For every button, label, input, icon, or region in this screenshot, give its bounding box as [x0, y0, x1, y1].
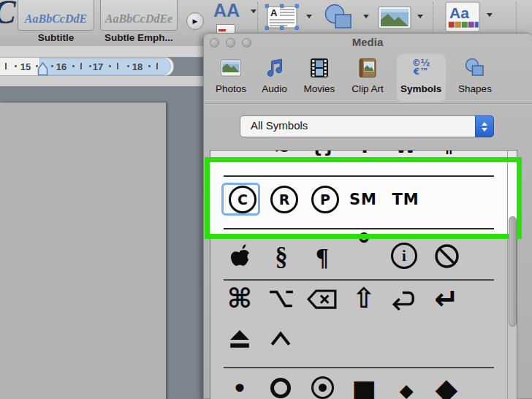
text-box-icon-letter: A — [270, 7, 278, 18]
ruler-lower-strip — [0, 76, 203, 86]
tab-photos[interactable]: Photos — [213, 83, 249, 94]
symbol-partial[interactable]: ¥ — [350, 150, 379, 157]
symbol-section-divider — [224, 367, 494, 368]
symbol-apple-logo[interactable] — [226, 242, 254, 271]
ruler-number: 15 — [17, 61, 34, 72]
style-gallery-item-subtitle[interactable]: AaBbCcDdE — [18, 0, 94, 31]
symbol-bullet[interactable]: • — [225, 374, 254, 399]
audio-icon — [263, 57, 285, 79]
partial-style-glyph: C — [0, 0, 16, 31]
ruler-tick — [156, 63, 158, 69]
palette-title: Media — [203, 36, 532, 48]
symbol-partial[interactable]: ₩ — [391, 150, 420, 157]
symbol-pilcrow[interactable]: ¶ — [306, 241, 338, 273]
ruler-tick — [117, 63, 118, 69]
ruler-tick — [5, 63, 7, 69]
picture-dropdown-arrow-icon[interactable] — [417, 15, 423, 18]
tab-shapes[interactable]: Shapes — [456, 83, 494, 94]
symbol-control-key[interactable] — [269, 330, 292, 347]
symbol-command-key[interactable]: ⌘ — [224, 282, 256, 314]
document-page[interactable] — [0, 102, 166, 399]
ruler-tick — [80, 63, 82, 69]
ruler-tick — [148, 65, 151, 67]
fonts-icon[interactable]: AA — [213, 0, 240, 21]
tab-audio[interactable]: Audio — [258, 83, 291, 94]
symbol-diamond-large[interactable]: ◆ — [430, 371, 463, 399]
symbol-partial[interactable]: ¶ — [433, 150, 462, 157]
symbol-option-key[interactable] — [268, 288, 294, 310]
symbol-circle-outline[interactable] — [270, 378, 291, 398]
themes-dropdown-arrow-icon[interactable] — [487, 13, 493, 17]
symbol-prohibition[interactable] — [433, 243, 460, 270]
tab-symbols[interactable]: Symbols — [400, 83, 441, 94]
shapes-dropdown-arrow-icon[interactable] — [363, 15, 369, 18]
symbols-icon: ©½ €™ — [408, 58, 434, 76]
ruler-tab-marker[interactable] — [37, 62, 48, 76]
ruler-number: 18 — [129, 61, 146, 72]
text-box-icon[interactable]: A — [265, 4, 300, 31]
symbol-eject-key[interactable] — [228, 328, 251, 350]
app-screen: C AaBbCcDdE Subtitle AaBbCcDdEe Subtle E… — [0, 0, 532, 399]
movies-icon — [308, 57, 330, 79]
scrollbar-thumb[interactable] — [509, 216, 517, 327]
symbol-section-sign[interactable]: § — [265, 241, 297, 273]
style-gallery-expand-button[interactable]: ▶ — [186, 12, 204, 30]
symbols-icon-bottom: €™ — [408, 67, 434, 76]
fonts-dropdown-arrow-icon[interactable] — [251, 10, 256, 13]
symbol-degree[interactable]: ° — [349, 238, 379, 257]
tab-movies[interactable]: Movies — [301, 83, 338, 94]
ruler-number: 16 — [53, 61, 70, 72]
ruler-backdrop — [0, 46, 203, 57]
tab-clip-art[interactable]: Clip Art — [349, 83, 387, 94]
photos-icon — [220, 57, 242, 79]
dropdown-stepper-icon[interactable] — [475, 115, 494, 137]
symbol-diamond-small[interactable]: ◆ — [393, 377, 419, 399]
palette-divider — [204, 103, 532, 104]
highlight-box — [205, 157, 522, 239]
symbol-information[interactable]: i — [391, 243, 417, 269]
ruler-tick — [109, 65, 111, 67]
symbol-black-square[interactable]: ■ — [349, 373, 379, 399]
ruler-number: 17 — [89, 61, 107, 72]
style-gallery-label-subtle-emphasis: Subtle Emph... — [100, 32, 178, 45]
symbol-partial[interactable]: = — [226, 150, 255, 156]
symbol-shift-key[interactable]: ⇧ — [348, 282, 380, 314]
symbol-return-key[interactable] — [391, 287, 417, 311]
symbol-carriage-return[interactable]: ↵ — [430, 283, 463, 315]
symbol-delete-key[interactable] — [307, 289, 338, 310]
ruler-tick — [72, 65, 75, 67]
shapes-ribbon-icon[interactable] — [322, 3, 360, 32]
clip-art-icon — [357, 57, 379, 79]
style-gallery-label-subtitle: Subtitle — [18, 32, 94, 45]
symbol-section-divider — [224, 279, 494, 281]
themes-icon[interactable]: Aa — [444, 1, 482, 33]
text-box-dropdown-arrow-icon[interactable] — [306, 15, 312, 18]
picture-icon[interactable] — [377, 4, 414, 31]
symbol-fisheye[interactable] — [311, 376, 334, 399]
shapes-icon — [464, 57, 486, 79]
symbol-filter-value: All Symbols — [251, 119, 308, 132]
themes-icon-text: Aa — [449, 4, 469, 21]
style-gallery-item-subtle-emphasis[interactable]: AaBbCcDdEe — [100, 0, 178, 31]
